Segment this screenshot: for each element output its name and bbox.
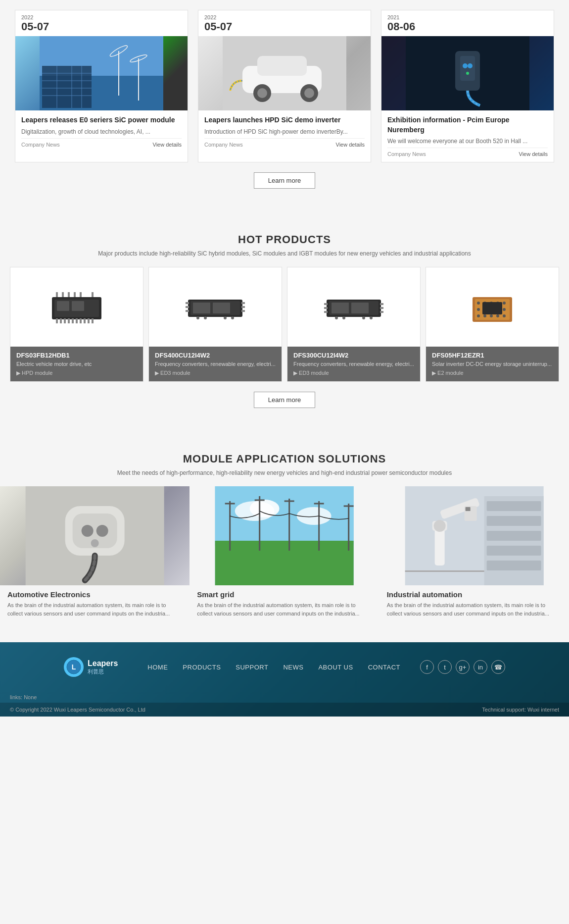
footer: L Leapers 利普思 HOME PRODUCTS SUPPORT NEWS… (0, 642, 569, 717)
product-img-area-2 (149, 267, 282, 347)
news-category-1: Company News (21, 142, 60, 148)
footer-logo-cn: 利普思 (88, 668, 118, 675)
svg-rect-65 (324, 311, 328, 313)
product-name-2: DFS400CU12I4W2 (155, 352, 276, 359)
svg-point-97 (96, 525, 108, 537)
svg-rect-16 (257, 56, 307, 76)
svg-rect-39 (56, 292, 58, 297)
module-app-card-3[interactable]: Industrial automation As the brain of th… (379, 486, 569, 622)
news-year-3: 2021 (381, 10, 554, 20)
svg-rect-63 (324, 303, 328, 305)
footer-nav-products[interactable]: PRODUCTS (183, 664, 221, 671)
footer-nav: L Leapers 利普思 HOME PRODUCTS SUPPORT NEWS… (0, 642, 569, 692)
products-learn-more-wrap: Learn more (10, 382, 559, 423)
svg-rect-50 (186, 306, 189, 308)
news-learn-more-button[interactable]: Learn more (254, 172, 315, 189)
hot-products-title: HOT PRODUCTS (10, 233, 559, 246)
svg-point-18 (257, 88, 267, 98)
svg-rect-92 (482, 302, 502, 314)
footer-nav-about[interactable]: ABOUT US (318, 664, 353, 671)
product-module-4: E2 module (432, 370, 553, 376)
svg-point-82 (477, 308, 480, 311)
module-app-title: MODULE APPLICATION SOLUTIONS (0, 453, 569, 465)
svg-point-57 (196, 316, 199, 319)
news-img-3 (381, 36, 554, 110)
svg-rect-43 (80, 292, 82, 297)
svg-rect-118 (486, 516, 541, 526)
svg-point-60 (231, 316, 234, 319)
news-year-2: 2022 (198, 10, 371, 20)
product-card-1[interactable]: DFS03FB12HDB1 Electric vehicle motor dri… (10, 267, 143, 382)
svg-rect-51 (186, 310, 189, 312)
svg-point-91 (503, 314, 506, 317)
googleplus-icon[interactable]: g+ (456, 660, 470, 674)
svg-rect-2 (42, 66, 92, 108)
svg-text:L: L (72, 663, 76, 671)
module-app-subtitle: Meet the needs of high-performance, high… (0, 469, 569, 476)
leapers-logo-icon: L (64, 657, 84, 677)
svg-point-74 (370, 316, 373, 319)
svg-rect-127 (465, 507, 470, 511)
product-card-4[interactable]: DFS05HF12EZR1 Solar inverter DC-DC energ… (426, 267, 559, 382)
svg-rect-34 (76, 318, 78, 323)
footer-nav-news[interactable]: NEWS (283, 664, 303, 671)
svg-rect-69 (332, 303, 349, 313)
instagram-icon[interactable]: ☎ (491, 660, 505, 674)
news-category-2: Company News (204, 142, 243, 148)
hot-products-section: HOT PRODUCTS Major products include high… (0, 218, 569, 438)
module-app-img-2 (190, 486, 379, 585)
product-img-area-3 (287, 267, 420, 347)
svg-point-77 (477, 302, 480, 305)
svg-rect-64 (324, 307, 328, 309)
product-name-4: DFS05HF12EZR1 (432, 352, 553, 359)
svg-rect-120 (486, 546, 541, 556)
module-app-card-2[interactable]: Smart grid As the brain of the industria… (190, 486, 379, 622)
linkedin-icon[interactable]: in (474, 660, 487, 674)
footer-nav-contact[interactable]: CONTACT (368, 664, 400, 671)
module-app-desc-3: As the brain of the industrial automatio… (387, 601, 562, 617)
footer-nav-home[interactable]: HOME (147, 664, 168, 671)
svg-rect-23 (460, 56, 475, 81)
product-card-2[interactable]: DFS400CU12I4W2 Frequency converters, ren… (148, 267, 282, 382)
products-grid: DFS03FB12HDB1 Electric vehicle motor dri… (10, 267, 559, 382)
footer-copyright: © Copyright 2022 Wuxi Leapers Semiconduc… (10, 707, 145, 713)
product-info-3: DFS300CU12I4W2 Frequency converters, ren… (287, 347, 420, 381)
footer-logo-brand: Leapers (88, 659, 118, 668)
footer-links-row: links: None (0, 692, 569, 703)
news-view-2[interactable]: View details (336, 142, 365, 148)
footer-tech-support: Technical support: Wuxi internet (482, 707, 559, 713)
svg-rect-68 (380, 311, 383, 313)
facebook-icon[interactable]: f (420, 660, 434, 674)
svg-rect-54 (241, 310, 245, 312)
news-footer-1: Company News View details (21, 138, 182, 148)
footer-nav-support[interactable]: SUPPORT (236, 664, 268, 671)
footer-logo: L Leapers 利普思 (64, 657, 118, 677)
svg-rect-44 (92, 292, 94, 297)
svg-rect-52 (241, 302, 245, 304)
module-app-title-2: Smart grid (197, 590, 372, 599)
product-name-3: DFS300CU12I4W2 (293, 352, 414, 359)
product-card-3[interactable]: DFS300CU12I4W2 Frequency converters, ren… (287, 267, 421, 382)
news-desc-3: We will welcome everyone at our Booth 52… (387, 138, 548, 145)
footer-links-value: None (24, 694, 37, 700)
news-view-3[interactable]: View details (519, 151, 548, 157)
svg-point-20 (304, 88, 314, 98)
svg-point-103 (297, 507, 332, 525)
twitter-icon[interactable]: t (438, 660, 452, 674)
news-view-1[interactable]: View details (153, 142, 182, 148)
news-learn-more-wrap: Learn more (15, 162, 554, 204)
products-learn-more-button[interactable]: Learn more (254, 392, 315, 408)
svg-rect-33 (72, 318, 74, 323)
hot-products-subtitle: Major products include high-reliability … (10, 250, 559, 257)
svg-rect-29 (56, 318, 58, 323)
product-module-3: ED3 module (293, 370, 414, 376)
svg-rect-32 (68, 318, 70, 323)
news-date-3: 08-06 (381, 20, 554, 36)
news-title-2: Leapers launches HPD SiC demo inverter (204, 115, 365, 125)
module-app-card-1[interactable]: Automotive Electronics As the brain of t… (0, 486, 190, 622)
product-img-area-1 (10, 267, 143, 347)
svg-rect-66 (380, 303, 383, 305)
news-title-1: Leapers releases E0 seriers SiC power mo… (21, 115, 182, 125)
news-card-3: 2021 08-06 Exhibition information - P (381, 10, 554, 162)
product-info-4: DFS05HF12EZR1 Solar inverter DC-DC energ… (426, 347, 559, 381)
